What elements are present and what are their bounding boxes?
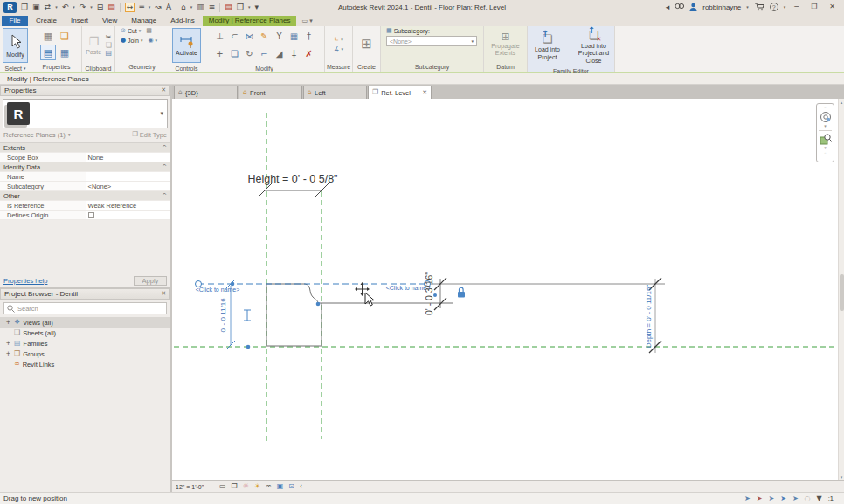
expand-icon[interactable]: + — [5, 341, 11, 347]
type-properties-icon[interactable]: ▦ — [57, 45, 73, 60]
panel-label-select[interactable]: Select▾ — [0, 65, 31, 72]
aligned-dimension-icon[interactable]: ↔ — [125, 3, 135, 12]
minimize-button[interactable]: ─ — [791, 3, 802, 10]
height-dimension[interactable]: Height = 0' - 0 5/8" — [247, 173, 337, 197]
expand-icon[interactable]: + — [5, 351, 11, 357]
redo-icon[interactable]: ↷ — [80, 3, 86, 11]
sync-dropdown-icon[interactable]: ▾ — [55, 5, 58, 10]
ribbon-display-toggle-icon[interactable]: ▭ ▾ — [298, 18, 315, 26]
tab-modify-reference-planes[interactable]: Modify | Reference Planes — [203, 16, 297, 26]
array-icon[interactable]: ▦ — [287, 28, 301, 45]
scrollbar-thumb[interactable] — [840, 274, 844, 311]
dimension-drag-handle[interactable] — [244, 310, 251, 321]
sync-icon[interactable]: ⇄ — [45, 3, 52, 11]
properties-close-icon[interactable]: ✕ — [161, 87, 166, 93]
selection-filter-label[interactable]: Reference Planes (1) — [3, 131, 66, 139]
load-into-project-button[interactable]: ❏↑ Load into Project — [528, 28, 568, 66]
view-scale[interactable]: 12" = 1'-0" — [176, 484, 214, 490]
middle-dimension-value[interactable]: 0' - 0 3/16" — [424, 272, 434, 315]
close-document-icon[interactable]: ▤ — [107, 3, 115, 11]
search-icon[interactable] — [675, 3, 684, 11]
angle-dropdown-icon[interactable]: ▾ — [341, 47, 343, 52]
user-dropdown-icon[interactable]: ▾ — [746, 5, 749, 10]
align-icon[interactable]: ⊥ — [212, 28, 227, 45]
panel-label-clipboard[interactable]: Clipboard — [82, 65, 114, 72]
show-crop-region-icon[interactable]: ⊡ — [288, 483, 294, 490]
view-tab-3d[interactable]: ⌂ {3D} — [174, 86, 238, 99]
dimension-icon[interactable]: ═ — [139, 3, 143, 11]
close-button[interactable]: ✕ — [826, 3, 839, 10]
property-row-subcategory[interactable]: Subcategory<None> — [0, 182, 170, 191]
view-tab-ref-level[interactable]: ❐ Ref. Level ✕ — [368, 86, 432, 99]
navbar-dropdown[interactable]: ▾ — [824, 124, 827, 128]
propagate-extents-button[interactable]: Propagate Extents — [486, 43, 526, 57]
property-group-other[interactable]: Other^ — [0, 191, 170, 201]
undo-dropdown-icon[interactable]: ▾ — [73, 5, 75, 10]
edit-type-button[interactable]: ❐ Edit Type — [132, 131, 167, 139]
left-dimension-value[interactable]: 0' - 0 11/16 — [219, 298, 227, 333]
selection-filter-dropdown-icon[interactable]: ▾ — [68, 133, 71, 137]
panel-label-create[interactable]: Create — [353, 62, 380, 72]
drawing-area[interactable]: Height = 0' - 0 5/8" <Click to name> — [172, 99, 844, 480]
expand-icon[interactable]: + — [5, 320, 11, 326]
panel-label-properties[interactable]: Properties — [31, 62, 81, 72]
panel-label-controls[interactable]: Controls — [169, 65, 204, 72]
project-browser-close-icon[interactable]: ✕ — [161, 291, 166, 297]
close-inactive-views-icon[interactable]: ▤ — [225, 3, 232, 11]
tab-manage[interactable]: Manage — [125, 16, 163, 26]
pin-icon[interactable]: † — [301, 28, 316, 45]
family-category-icon[interactable]: ▦ — [40, 28, 56, 44]
mirror-pick-axis-icon[interactable]: ⋈ — [242, 28, 257, 45]
select-links-toggle-icon[interactable]: ➤ — [744, 495, 751, 502]
crop-view-icon[interactable]: ▣ — [277, 483, 284, 490]
defines-origin-checkbox[interactable] — [88, 212, 94, 218]
unpin-icon[interactable]: ‡ — [287, 45, 301, 63]
drag-on-selection-toggle-icon[interactable]: ➤ — [792, 495, 799, 502]
detail-level-icon[interactable]: ▭ — [219, 483, 226, 490]
modify-button[interactable]: Modify — [3, 28, 28, 63]
filter-icon[interactable]: ▼ — [817, 495, 822, 502]
print-icon[interactable]: ⊟ — [97, 3, 104, 11]
delete-icon[interactable]: ✗ — [301, 45, 316, 63]
collapse-search-icon[interactable]: ◂ — [666, 3, 670, 11]
match-type-icon[interactable]: ▤ — [105, 50, 112, 57]
copy-icon[interactable]: ❏ — [227, 45, 242, 63]
close-view-icon[interactable]: ✕ — [422, 90, 427, 96]
create-group-icon[interactable]: ⊞ — [361, 38, 372, 51]
depth-dimension-label[interactable]: Depth = 0' - 0 11/16" — [645, 285, 653, 349]
paste-button[interactable]: ❐ Paste — [85, 28, 102, 63]
tab-add-ins[interactable]: Add-Ins — [164, 16, 201, 26]
trim-extend-icon[interactable]: ⌐ — [257, 45, 272, 63]
family-types-icon[interactable]: ❏ — [57, 28, 73, 44]
scale-icon[interactable]: ◢ — [272, 45, 287, 63]
view-tab-front[interactable]: ⌂ Front — [239, 86, 302, 99]
tree-item-views[interactable]: + ❖ Views (all) — [0, 317, 170, 328]
project-browser-header[interactable]: Project Browser - Dentil ✕ — [0, 288, 170, 300]
model-line-icon[interactable]: ↝ — [155, 3, 162, 11]
panel-label-measure[interactable]: Measure — [325, 62, 352, 72]
tab-insert[interactable]: Insert — [65, 16, 94, 26]
copy-to-clipboard-icon[interactable]: ❏ — [106, 42, 112, 49]
undo-icon[interactable]: ↶ — [62, 3, 69, 11]
move-icon[interactable]: + — [212, 45, 227, 63]
property-row-name[interactable]: Name — [0, 172, 170, 182]
save-icon[interactable]: ▣ — [32, 3, 40, 11]
scroll-down-icon[interactable]: ▾ — [841, 473, 843, 480]
tree-item-groups[interactable]: + ❒ Groups — [0, 349, 170, 359]
properties-help-link[interactable]: Properties help — [3, 277, 47, 285]
geometry-points-icon[interactable]: ◉ — [148, 38, 153, 44]
type-selector-dropdown-icon[interactable]: ▾ — [160, 111, 163, 117]
view-tab-left[interactable]: ⌂ Left — [303, 86, 367, 99]
select-pinned-toggle-icon[interactable]: ➤ — [768, 495, 774, 502]
cut-dropdown-icon[interactable]: ▾ — [139, 29, 142, 33]
zoom-icon[interactable] — [820, 133, 832, 145]
split-element-icon[interactable]: Y — [272, 28, 287, 45]
3d-view-dropdown-icon[interactable]: ▾ — [190, 5, 193, 10]
rotate-icon[interactable]: ↻ — [242, 45, 257, 63]
navigation-bar[interactable]: ◦ ▾ ▾ ◦ — [816, 103, 834, 162]
temporary-hide-isolate-icon[interactable]: ∞ — [266, 483, 272, 490]
select-by-face-toggle-icon[interactable]: ➤ — [780, 495, 786, 502]
load-into-project-and-close-button[interactable]: ❏↑✕ Load into Project and Close — [573, 28, 615, 66]
type-selector[interactable]: R ▾ — [3, 99, 168, 128]
property-row-defines-origin[interactable]: Defines Origin — [0, 211, 170, 220]
